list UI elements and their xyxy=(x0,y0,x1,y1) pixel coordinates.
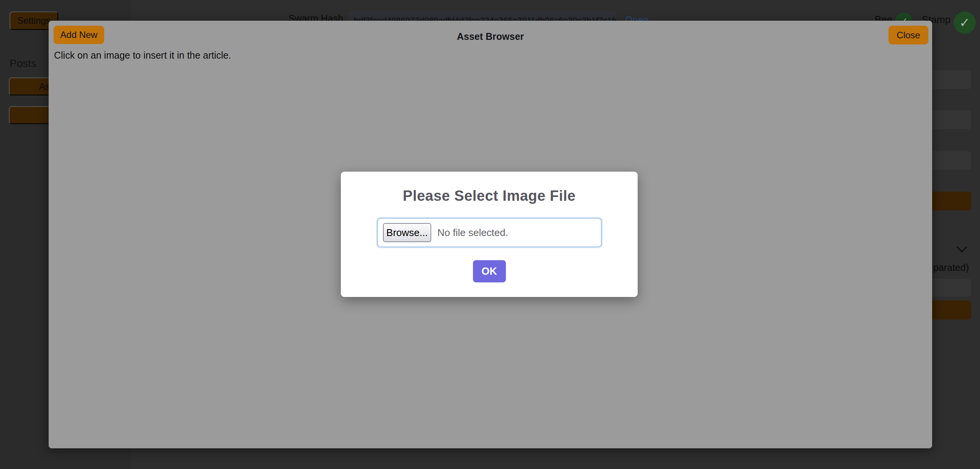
file-input[interactable]: Browse... No file selected. xyxy=(377,218,602,248)
file-status-text: No file selected. xyxy=(437,227,508,239)
stamp-check-icon: ✓ xyxy=(954,11,976,34)
ok-button[interactable]: OK xyxy=(473,260,506,282)
posts-heading: Posts xyxy=(10,57,36,70)
close-button[interactable]: Close xyxy=(888,26,928,44)
instruction-text: Click on an image to insert it in the ar… xyxy=(54,50,231,61)
chevron-down-icon[interactable] xyxy=(957,244,967,253)
browse-button[interactable]: Browse... xyxy=(383,223,431,242)
modal-title: Asset Browser xyxy=(49,31,932,42)
file-select-dialog: Please Select Image File Browse... No fi… xyxy=(341,172,638,297)
dialog-title: Please Select Image File xyxy=(341,188,638,204)
check-glyph: ✓ xyxy=(959,15,970,30)
